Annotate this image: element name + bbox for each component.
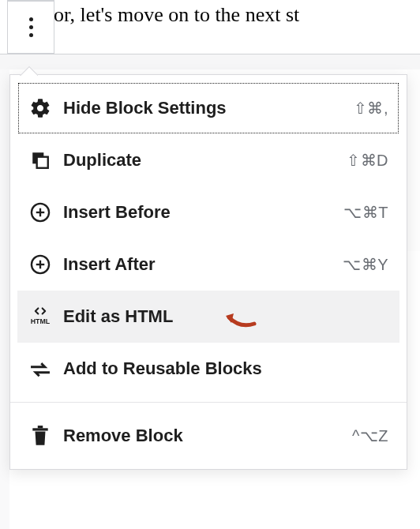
gutter-right <box>407 69 420 251</box>
html-icon: HTML <box>28 305 52 328</box>
menu-caret <box>19 65 38 76</box>
menu-item-hide-block-settings[interactable]: Hide Block Settings ⇧⌘, <box>17 82 399 134</box>
menu-item-label: Remove Block <box>63 426 352 446</box>
menu-item-insert-after[interactable]: Insert After ⌥⌘Y <box>17 238 399 291</box>
menu-item-edit-as-html[interactable]: HTML Edit as HTML <box>17 291 399 343</box>
menu-item-remove-block[interactable]: Remove Block ^⌥Z <box>17 410 399 462</box>
menu-item-shortcut: ⇧⌘, <box>354 99 388 118</box>
menu-item-label: Insert After <box>63 254 343 275</box>
editor-background-text: or, let's move on to the next st <box>54 0 299 27</box>
svg-text:HTML: HTML <box>31 317 51 325</box>
duplicate-icon <box>28 148 52 172</box>
svg-rect-1 <box>37 157 48 168</box>
svg-rect-10 <box>38 426 43 428</box>
insert-before-icon <box>28 201 52 224</box>
menu-item-shortcut: ^⌥Z <box>352 426 388 445</box>
menu-item-label: Add to Reusable Blocks <box>63 358 388 379</box>
kebab-icon <box>29 17 33 37</box>
menu-item-label: Hide Block Settings <box>63 98 354 118</box>
editor-strip <box>0 54 420 69</box>
menu-item-shortcut: ⌥⌘Y <box>343 255 388 274</box>
more-options-button[interactable] <box>7 0 54 54</box>
gutter-left <box>0 69 9 529</box>
menu-item-shortcut: ⌥⌘T <box>343 203 388 222</box>
insert-after-icon <box>28 253 52 276</box>
menu-item-label: Insert Before <box>63 202 343 223</box>
menu-item-shortcut: ⇧⌘D <box>347 151 388 170</box>
menu-item-insert-before[interactable]: Insert Before ⌥⌘T <box>17 186 399 238</box>
menu-item-label: Duplicate <box>63 150 347 171</box>
reusable-icon <box>28 357 52 381</box>
gear-icon <box>28 96 52 120</box>
menu-item-label: Edit as HTML <box>63 306 388 327</box>
svg-rect-9 <box>32 428 47 430</box>
block-options-menu: Hide Block Settings ⇧⌘, Duplicate ⇧⌘D <box>9 74 407 470</box>
trash-icon <box>28 424 52 448</box>
menu-item-add-to-reusable-blocks[interactable]: Add to Reusable Blocks <box>17 343 399 395</box>
menu-item-duplicate[interactable]: Duplicate ⇧⌘D <box>17 134 399 186</box>
